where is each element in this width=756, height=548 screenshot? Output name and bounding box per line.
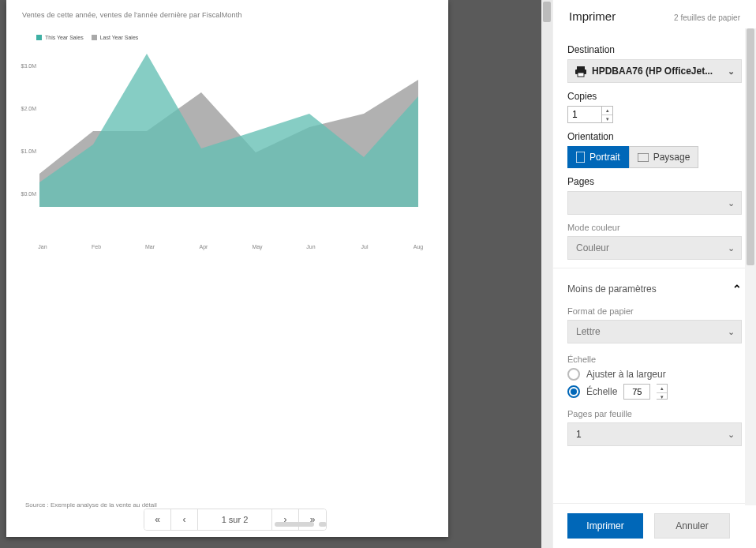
scale-spinner[interactable]: ▴ ▾ [657, 384, 668, 400]
color-mode-select[interactable]: Couleur ⌄ [567, 236, 742, 260]
svg-rect-3 [576, 152, 585, 163]
preview-page: Ventes de cette année, ventes de l'année… [6, 0, 448, 537]
panel-scrollbar[interactable] [745, 28, 756, 505]
x-tick-6: Jul [361, 244, 369, 250]
chart: This Year Sales Last Year Sales $3.0M $2… [19, 33, 417, 238]
scale-custom-radio[interactable]: Échelle ▴ ▾ [567, 384, 742, 400]
y-tick-1: $1.0M [17, 148, 36, 154]
preview-loader-indicator [275, 522, 314, 527]
radio-checked-icon [567, 385, 580, 398]
spinner-down-icon[interactable]: ▾ [657, 393, 667, 401]
chevron-down-icon: ⌄ [728, 198, 735, 208]
svg-rect-0 [577, 66, 585, 69]
pages-per-sheet-label: Pages par feuille [567, 409, 742, 419]
paper-format-label: Format de papier [567, 306, 742, 316]
scale-custom-label: Échelle [586, 386, 617, 397]
page-title: Ventes de cette année, ventes de l'année… [22, 11, 432, 19]
x-tick-5: Jun [306, 244, 315, 250]
chevron-down-icon: ⌄ [728, 430, 735, 440]
paper-format-value: Lettre [576, 326, 601, 337]
pagination: « ‹ 1 sur 2 › » [144, 509, 327, 531]
spinner-up-icon[interactable]: ▴ [657, 385, 667, 393]
preview-scrollbar[interactable] [541, 0, 552, 548]
scale-fit-label: Ajuster à la largeur [586, 369, 666, 380]
landscape-label: Paysage [653, 152, 691, 163]
x-tick-2: Mar [145, 244, 155, 250]
svg-rect-4 [638, 153, 649, 162]
page-footer: Source : Exemple analyse de la vente au … [25, 501, 157, 509]
scale-section-label: Échelle [567, 355, 742, 364]
copies-spinner[interactable]: ▴ ▾ [602, 106, 613, 123]
copies-label: Copies [567, 91, 742, 102]
pages-label: Pages [567, 176, 742, 187]
chevron-down-icon: ⌄ [728, 66, 735, 77]
pages-per-sheet-select[interactable]: 1 ⌄ [567, 422, 742, 446]
panel-scrollbar-thumb[interactable] [747, 28, 754, 265]
printer-icon [574, 66, 587, 78]
scale-input[interactable] [623, 384, 650, 400]
x-tick-3: Apr [200, 244, 208, 250]
y-tick-2: $2.0M [17, 106, 36, 111]
pages-per-sheet-value: 1 [576, 429, 582, 440]
paper-format-select[interactable]: Lettre ⌄ [567, 320, 742, 343]
page-next-button[interactable]: › [272, 509, 299, 530]
legend-swatch-this-year [36, 35, 42, 40]
chevron-down-icon: ⌄ [728, 243, 735, 253]
print-button[interactable]: Imprimer [567, 513, 643, 539]
panel-title: Imprimer [569, 9, 616, 23]
scale-fit-radio[interactable]: Ajuster à la largeur [567, 368, 742, 381]
copies-input[interactable] [567, 106, 602, 123]
radio-unchecked-icon [567, 368, 580, 381]
legend-label-last-year: Last Year Sales [100, 35, 139, 40]
page-indicator: 1 sur 2 [198, 509, 272, 530]
orientation-portrait-button[interactable]: Portrait [567, 146, 629, 168]
destination-label: Destination [567, 44, 742, 55]
spinner-down-icon[interactable]: ▾ [602, 115, 612, 123]
print-preview-pane: Ventes de cette année, ventes de l'année… [0, 0, 552, 548]
x-tick-7: Aug [414, 244, 423, 250]
portrait-label: Portrait [589, 152, 620, 163]
portrait-icon [576, 152, 585, 163]
sheet-count: 2 feuilles de papier [674, 13, 740, 22]
chart-legend: This Year Sales Last Year Sales [36, 35, 138, 40]
color-mode-value: Couleur [576, 242, 609, 253]
destination-select[interactable]: HPDBAA76 (HP OfficeJet... ⌄ [567, 59, 742, 83]
y-tick-0: $0.0M [17, 191, 36, 197]
panel-header: Imprimer 2 feuilles de papier [553, 0, 756, 32]
chart-svg [39, 49, 418, 223]
legend-swatch-last-year [92, 35, 97, 40]
chevron-down-icon: ⌄ [728, 327, 735, 337]
orientation-label: Orientation [567, 131, 742, 142]
x-tick-4: May [252, 244, 262, 250]
page-prev-button[interactable]: ‹ [171, 509, 198, 530]
legend-label-this-year: This Year Sales [45, 35, 84, 40]
orientation-landscape-button[interactable]: Paysage [629, 146, 699, 168]
spinner-up-icon[interactable]: ▴ [602, 107, 612, 115]
panel-body: Destination HPDBAA76 (HP OfficeJet... ⌄ … [553, 32, 756, 503]
panel-footer: Imprimer Annuler [553, 503, 756, 548]
more-parameters-toggle[interactable]: Moins de paramètres ⌃ [567, 276, 742, 298]
landscape-icon [638, 153, 649, 162]
chevron-up-icon: ⌃ [732, 283, 742, 295]
x-tick-0: Jan [38, 244, 47, 250]
page-first-button[interactable]: « [144, 509, 171, 530]
svg-rect-2 [578, 73, 584, 77]
more-params-label: Moins de paramètres [567, 283, 657, 295]
destination-value: HPDBAA76 (HP OfficeJet... [592, 66, 713, 77]
page-last-button[interactable]: » [299, 509, 326, 530]
color-mode-label: Mode couleur [567, 223, 742, 232]
print-panel: Imprimer 2 feuilles de papier Destinatio… [552, 0, 756, 548]
preview-scrollbar-thumb[interactable] [543, 2, 551, 22]
y-tick-3: $3.0M [17, 63, 36, 69]
cancel-button[interactable]: Annuler [654, 513, 730, 539]
pages-select[interactable]: ⌄ [567, 191, 742, 215]
x-tick-1: Feb [92, 244, 101, 250]
